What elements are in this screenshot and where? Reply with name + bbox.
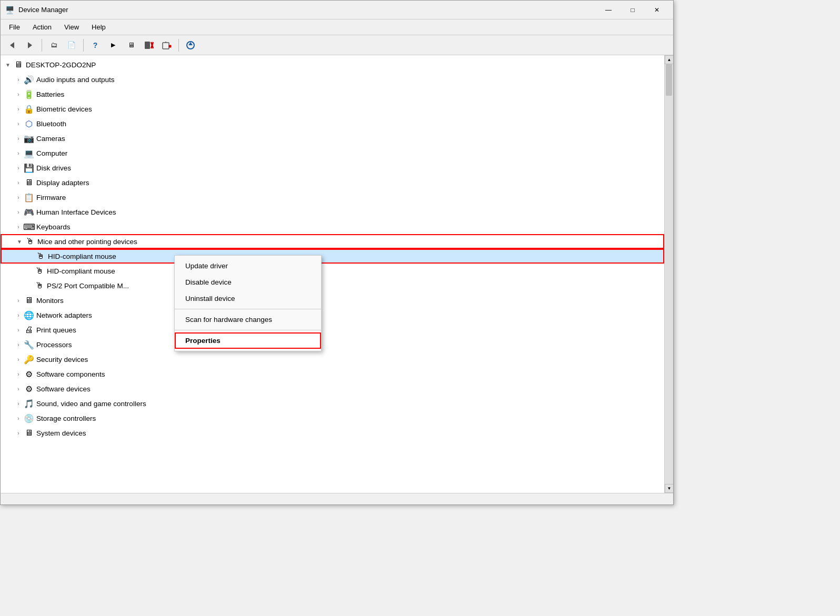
tree-item-display[interactable]: › 🖥 Display adapters (1, 175, 664, 190)
tree-item-firmware[interactable]: › 📋 Firmware (1, 190, 664, 205)
hid-expand[interactable]: › (13, 207, 24, 217)
tree-item-hid-mouse-2[interactable]: › 🖱 HID-compliant mouse (1, 264, 664, 278)
minimize-button[interactable]: — (596, 1, 621, 19)
device-tree[interactable]: ▼ 🖥 DESKTOP-2GDO2NP › 🔊 Audio inputs and… (1, 55, 664, 493)
tree-item-hid-mouse-1[interactable]: › 🖱 HID-compliant mouse (1, 249, 664, 264)
tree-item-hid[interactable]: › 🎮 Human Interface Devices (1, 205, 664, 219)
menu-view[interactable]: View (58, 21, 85, 33)
system-icon: 🖥 (24, 428, 34, 438)
help-button[interactable]: ? (87, 37, 104, 53)
scan-changes-button[interactable] (182, 37, 199, 53)
sound-expand[interactable]: › (13, 398, 24, 409)
cameras-expand[interactable]: › (13, 133, 24, 144)
context-menu-uninstall-device[interactable]: Uninstall device (175, 290, 321, 307)
update-driver-button[interactable]: ▶ (105, 37, 122, 53)
printqueues-expand[interactable]: › (13, 325, 24, 335)
tree-item-diskdrives[interactable]: › 💾 Disk drives (1, 160, 664, 175)
biometric-expand[interactable]: › (13, 104, 24, 114)
system-label: System devices (36, 429, 86, 437)
softwarecomp-expand[interactable]: › (13, 369, 24, 379)
softwaredev-expand[interactable]: › (13, 383, 24, 394)
firmware-expand[interactable]: › (13, 192, 24, 203)
device-properties-button[interactable]: 🖥 (123, 37, 139, 53)
disable-button[interactable] (141, 37, 157, 53)
hid-mouse-2-expand: › (24, 266, 34, 276)
toolbar-separator-1 (42, 39, 42, 52)
resource-view-button[interactable]: 📄 (63, 37, 80, 53)
statusbar (1, 493, 673, 504)
scrollbar[interactable]: ▲ ▼ (664, 55, 673, 493)
tree-item-batteries[interactable]: › 🔋 Batteries (1, 87, 664, 102)
tree-item-audio[interactable]: › 🔊 Audio inputs and outputs (1, 72, 664, 87)
diskdrives-expand[interactable]: › (13, 163, 24, 173)
keyboards-expand[interactable]: › (13, 221, 24, 232)
scroll-down-button[interactable]: ▼ (665, 484, 673, 493)
forward-button[interactable] (22, 37, 38, 53)
bluetooth-expand[interactable]: › (13, 118, 24, 129)
menu-action[interactable]: Action (26, 21, 58, 33)
network-expand[interactable]: › (13, 310, 24, 320)
sound-label: Sound, video and game controllers (36, 400, 146, 408)
context-menu-properties[interactable]: Properties (175, 332, 321, 349)
tree-item-processors[interactable]: › 🔧 Processors (1, 337, 664, 352)
display-expand[interactable]: › (13, 177, 24, 188)
tree-item-ps2-mouse[interactable]: › 🖱 PS/2 Port Compatible M... (1, 278, 664, 293)
scroll-thumb[interactable] (666, 64, 672, 96)
tree-item-security[interactable]: › 🔑 Security devices (1, 352, 664, 367)
batteries-icon: 🔋 (24, 89, 34, 99)
audio-expand[interactable]: › (13, 74, 24, 85)
batteries-expand[interactable]: › (13, 89, 24, 99)
close-button[interactable]: ✕ (645, 1, 669, 19)
tree-item-mice[interactable]: ▼ 🖱 Mice and other pointing devices (1, 234, 664, 249)
storage-expand[interactable]: › (13, 413, 24, 423)
tree-item-softwaredev[interactable]: › ⚙ Software devices (1, 381, 664, 396)
scroll-up-button[interactable]: ▲ (665, 55, 673, 64)
tree-item-keyboards[interactable]: › ⌨ Keyboards (1, 219, 664, 234)
tree-item-biometric[interactable]: › 🔒 Biometric devices (1, 102, 664, 116)
hid-icon: 🎮 (24, 207, 34, 217)
menu-file[interactable]: File (3, 21, 26, 33)
diskdrives-icon: 💾 (24, 163, 34, 173)
back-button[interactable] (4, 37, 21, 53)
processors-expand[interactable]: › (13, 339, 24, 350)
hid-mouse-1-label: HID-compliant mouse (48, 253, 116, 260)
computer-icon: 💻 (24, 148, 34, 158)
context-menu-update-driver[interactable]: Update driver (175, 258, 321, 274)
tree-item-bluetooth[interactable]: › ⬡ Bluetooth (1, 116, 664, 131)
network-label: Network adapters (36, 311, 92, 319)
main-content: ▼ 🖥 DESKTOP-2GDO2NP › 🔊 Audio inputs and… (1, 55, 673, 493)
tree-item-cameras[interactable]: › 📷 Cameras (1, 131, 664, 146)
maximize-button[interactable]: □ (621, 1, 645, 19)
computer-expand[interactable]: › (13, 148, 24, 158)
context-menu-scan-changes[interactable]: Scan for hardware changes (175, 311, 321, 328)
device-manager-window: 🖥️ Device Manager — □ ✕ File Action View… (0, 0, 674, 505)
uninstall-button[interactable] (158, 37, 175, 53)
properties-view-button[interactable]: 🗂 (45, 37, 62, 53)
tree-item-computer[interactable]: › 💻 Computer (1, 146, 664, 160)
tree-item-system[interactable]: › 🖥 System devices (1, 426, 664, 440)
network-icon: 🌐 (24, 310, 34, 320)
biometric-label: Biometric devices (36, 105, 92, 113)
scroll-track[interactable] (665, 64, 673, 484)
menubar: File Action View Help (1, 19, 673, 35)
printqueues-label: Print queues (36, 326, 76, 334)
root-expand-arrow[interactable]: ▼ (3, 59, 13, 70)
menu-help[interactable]: Help (85, 21, 112, 33)
ps2-icon: 🖱 (34, 280, 45, 291)
monitors-label: Monitors (36, 297, 64, 305)
tree-item-softwarecomp[interactable]: › ⚙ Software components (1, 367, 664, 381)
tree-item-sound[interactable]: › 🎵 Sound, video and game controllers (1, 396, 664, 411)
tree-root[interactable]: ▼ 🖥 DESKTOP-2GDO2NP (1, 57, 664, 72)
tree-item-monitors[interactable]: › 🖥 Monitors (1, 293, 664, 308)
context-menu-disable-device[interactable]: Disable device (175, 274, 321, 290)
mice-expand[interactable]: ▼ (14, 236, 25, 247)
tree-item-network[interactable]: › 🌐 Network adapters (1, 308, 664, 322)
tree-item-storage[interactable]: › 💿 Storage controllers (1, 411, 664, 426)
security-expand[interactable]: › (13, 354, 24, 365)
ps2-label: PS/2 Port Compatible M... (47, 282, 129, 290)
tree-item-printqueues[interactable]: › 🖨 Print queues (1, 322, 664, 337)
system-expand[interactable]: › (13, 428, 24, 438)
bluetooth-icon: ⬡ (24, 118, 34, 129)
keyboards-icon: ⌨ (24, 221, 34, 232)
monitors-expand[interactable]: › (13, 295, 24, 306)
